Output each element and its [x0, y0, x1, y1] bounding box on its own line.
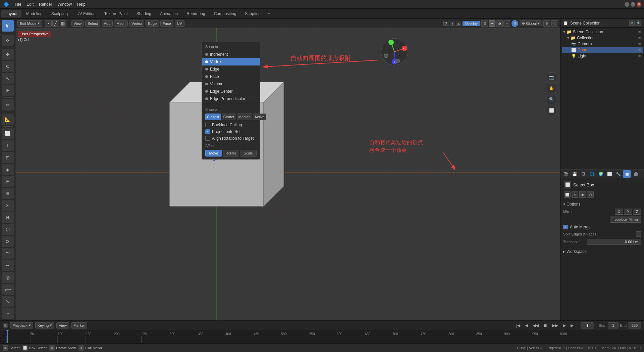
- close-button[interactable]: ✕: [637, 2, 641, 7]
- topology-mirror-btn[interactable]: Topology Mirror: [610, 216, 641, 223]
- tool-shrink-fatten[interactable]: ◎: [2, 272, 14, 283]
- play-back-btn[interactable]: ◀◀: [531, 322, 540, 328]
- start-frame-input[interactable]: 1: [608, 322, 619, 328]
- outliner-sc-visibility[interactable]: 👁: [638, 30, 641, 34]
- edit-mode-select[interactable]: Edit Mode ▾: [17, 20, 42, 27]
- marker-menu[interactable]: Marker: [71, 322, 87, 328]
- tab-layout[interactable]: Layout: [1, 10, 21, 17]
- tool-extrude[interactable]: ↑: [2, 140, 14, 151]
- outliner-light[interactable]: 💡 Light 👁: [562, 53, 643, 59]
- vertex-menu[interactable]: Vertex: [129, 20, 144, 27]
- z-axis-toggle[interactable]: Z: [456, 21, 461, 26]
- y-axis-toggle[interactable]: Y: [450, 21, 455, 26]
- menu-file[interactable]: File: [12, 1, 24, 7]
- menu-render[interactable]: Render: [36, 1, 55, 7]
- snap-active-btn[interactable]: Active: [253, 114, 266, 120]
- face-menu[interactable]: Face: [160, 20, 173, 27]
- snap-item-increment[interactable]: Increment: [202, 51, 260, 58]
- snap-toggle[interactable]: ⊕: [512, 20, 518, 27]
- edge-menu[interactable]: Edge: [146, 20, 159, 27]
- snap-closest-btn[interactable]: Closest: [205, 114, 221, 120]
- proportional-edit[interactable]: ⊚: [543, 20, 550, 27]
- affect-rotate-btn[interactable]: Rotate: [223, 150, 239, 157]
- tool-rotate[interactable]: ↻: [2, 61, 14, 72]
- step-fwd-btn[interactable]: ▶: [561, 322, 567, 328]
- mode-icon-2[interactable]: ○: [572, 191, 578, 198]
- tool-offset-edge[interactable]: ≡: [2, 188, 14, 199]
- tab-texture-paint[interactable]: Texture Paint: [100, 10, 132, 17]
- backface-culling-checkbox[interactable]: [205, 123, 210, 127]
- minimize-button[interactable]: ─: [625, 2, 629, 7]
- outliner-cube-visibility[interactable]: 👁: [638, 48, 641, 52]
- tool-bevel[interactable]: ◈: [2, 164, 14, 175]
- project-onto-self-checkbox[interactable]: ✓: [205, 129, 210, 134]
- transform-pivot[interactable]: ⊙ Global ▾: [520, 20, 542, 26]
- tool-inset[interactable]: ⊡: [2, 152, 14, 163]
- outliner-light-visibility[interactable]: 👁: [638, 54, 641, 58]
- play-btn[interactable]: ▶▶: [551, 322, 559, 328]
- menu-window[interactable]: Window: [55, 1, 74, 7]
- gizmo-hand[interactable]: ✋: [547, 84, 556, 93]
- mode-icon-4[interactable]: ⬡: [587, 191, 594, 198]
- vert-select-mode[interactable]: ▪: [45, 20, 52, 27]
- wireframe-mode[interactable]: ⊡: [481, 20, 488, 27]
- jump-end-btn[interactable]: ▶|: [569, 322, 576, 328]
- tab-compositing[interactable]: Compositing: [210, 10, 240, 17]
- tool-transform[interactable]: ⊞: [2, 85, 14, 96]
- face-select-mode[interactable]: ▦: [60, 20, 66, 27]
- tool-annotate[interactable]: ✏: [2, 99, 14, 111]
- tool-poly-build[interactable]: ⬡: [2, 224, 14, 235]
- viewport[interactable]: Edit Mode ▾ ▪ ╱ ▦ View Select Add Mesh V…: [15, 19, 560, 320]
- step-back-btn[interactable]: ◀: [524, 322, 529, 328]
- tool-select[interactable]: [2, 20, 14, 32]
- tool-cursor[interactable]: ⊹: [2, 35, 14, 46]
- prop-tab-view[interactable]: 🖼: [579, 170, 587, 178]
- outliner-search-btn[interactable]: 🔍: [636, 20, 641, 26]
- add-menu[interactable]: Add: [102, 20, 113, 27]
- gizmo-toggle[interactable]: ⬜: [547, 106, 556, 115]
- mode-icon-1[interactable]: ⬜: [564, 191, 571, 198]
- gizmo-zoom[interactable]: 🔍: [547, 95, 556, 104]
- snap-item-face[interactable]: Face: [202, 73, 260, 80]
- align-rotation-checkbox[interactable]: [205, 136, 210, 141]
- maximize-button[interactable]: □: [631, 2, 635, 7]
- render-mode[interactable]: ○: [503, 20, 510, 27]
- prop-tab-output[interactable]: 💾: [571, 170, 579, 178]
- edge-select-mode[interactable]: ╱: [52, 20, 59, 27]
- keying-menu[interactable]: Keying ▾: [35, 322, 55, 328]
- snap-settings[interactable]: ◌: [551, 20, 558, 27]
- tool-spin[interactable]: ⟳: [2, 236, 14, 247]
- mirror-x-btn[interactable]: X: [615, 209, 623, 215]
- tab-modeling[interactable]: Modeling: [22, 10, 47, 17]
- outliner-filter-btn[interactable]: ⊞: [629, 20, 635, 26]
- snap-center-btn[interactable]: Center: [222, 114, 236, 120]
- affect-scale-btn[interactable]: Scale: [240, 150, 257, 157]
- auto-merge-checkbox[interactable]: ✓: [563, 225, 568, 229]
- current-frame-input[interactable]: 1: [581, 322, 594, 328]
- outliner-collection[interactable]: ▾ 📁 Collection 👁: [562, 35, 643, 41]
- material-mode[interactable]: ◑: [496, 20, 503, 27]
- end-frame-input[interactable]: 250: [628, 322, 641, 328]
- mirror-z-btn[interactable]: Z: [633, 209, 641, 215]
- prop-tab-render[interactable]: 🎬: [562, 170, 570, 178]
- tool-add-cube[interactable]: ⬜: [2, 128, 14, 139]
- prop-tab-object[interactable]: ⬜: [605, 170, 613, 178]
- jump-start-btn[interactable]: |◀: [515, 322, 522, 328]
- split-edges-toggle[interactable]: [636, 231, 641, 237]
- playback-menu[interactable]: Playback ▾: [10, 322, 33, 328]
- tab-uv-editing[interactable]: UV Editing: [72, 10, 100, 17]
- add-workspace-button[interactable]: +: [265, 11, 273, 17]
- prop-tab-world[interactable]: 🌍: [597, 170, 605, 178]
- view-menu-timeline[interactable]: View: [56, 322, 69, 328]
- tab-rendering[interactable]: Rendering: [182, 10, 209, 17]
- tool-scale[interactable]: ⤡: [2, 73, 14, 84]
- menu-edit[interactable]: Edit: [24, 1, 36, 7]
- timeline-menu[interactable]: ☰: [3, 323, 8, 328]
- affect-move-btn[interactable]: Move: [205, 150, 222, 157]
- outliner-cube[interactable]: ⬜ Cube 👁: [562, 47, 643, 53]
- snap-item-edge-center[interactable]: Edge Center: [202, 88, 260, 95]
- tool-shear[interactable]: ◹: [2, 296, 14, 307]
- tool-loop-cut[interactable]: ⊟: [2, 176, 14, 187]
- view-menu[interactable]: View: [71, 20, 84, 27]
- tab-shading[interactable]: Shading: [132, 10, 155, 17]
